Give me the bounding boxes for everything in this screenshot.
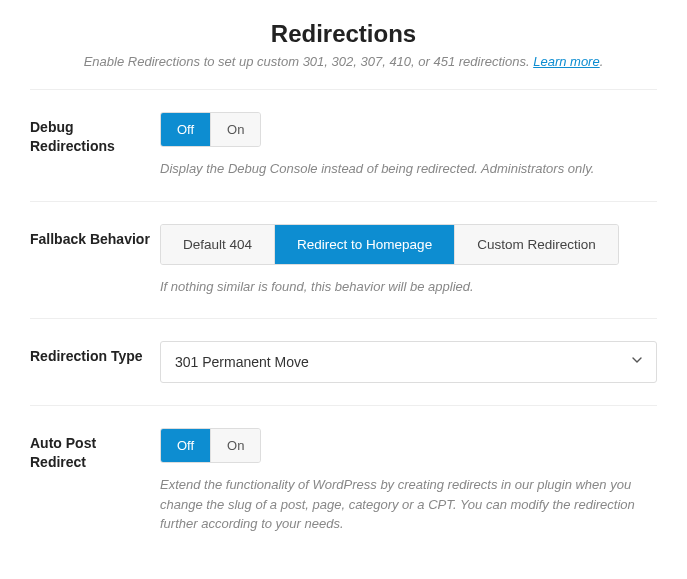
fallback-segmented-control: Default 404 Redirect to Homepage Custom …: [160, 224, 619, 265]
debug-redirections-label: Debug Redirections: [30, 118, 150, 156]
fallback-behavior-label: Fallback Behavior: [30, 230, 150, 249]
fallback-option-custom-redirection[interactable]: Custom Redirection: [454, 225, 618, 264]
redirection-type-label: Redirection Type: [30, 347, 150, 366]
auto-post-on-button[interactable]: On: [210, 429, 260, 462]
page-subtitle: Enable Redirections to set up custom 301…: [30, 54, 657, 69]
section-debug-redirections: Debug Redirections Off On Display the De…: [30, 89, 657, 201]
auto-post-off-button[interactable]: Off: [161, 429, 210, 462]
section-redirection-type: Redirection Type 301 Permanent Move: [30, 318, 657, 405]
fallback-option-redirect-homepage[interactable]: Redirect to Homepage: [274, 225, 454, 264]
auto-post-help-text: Extend the functionality of WordPress by…: [160, 475, 657, 534]
section-fallback-behavior: Fallback Behavior Default 404 Redirect t…: [30, 201, 657, 319]
page-header: Redirections Enable Redirections to set …: [30, 10, 657, 69]
section-auto-post-redirect: Auto Post Redirect Off On Extend the fun…: [30, 405, 657, 556]
redirection-type-value: 301 Permanent Move: [175, 354, 309, 370]
fallback-help-text: If nothing similar is found, this behavi…: [160, 277, 657, 297]
auto-post-toggle: Off On: [160, 428, 261, 463]
redirection-type-select[interactable]: 301 Permanent Move: [160, 341, 657, 383]
debug-help-text: Display the Debug Console instead of bei…: [160, 159, 657, 179]
chevron-down-icon: [632, 357, 642, 367]
debug-on-button[interactable]: On: [210, 113, 260, 146]
learn-more-link[interactable]: Learn more: [533, 54, 599, 69]
fallback-option-default-404[interactable]: Default 404: [161, 225, 274, 264]
debug-toggle: Off On: [160, 112, 261, 147]
page-title: Redirections: [30, 20, 657, 48]
auto-post-redirect-label: Auto Post Redirect: [30, 434, 150, 472]
debug-off-button[interactable]: Off: [161, 113, 210, 146]
